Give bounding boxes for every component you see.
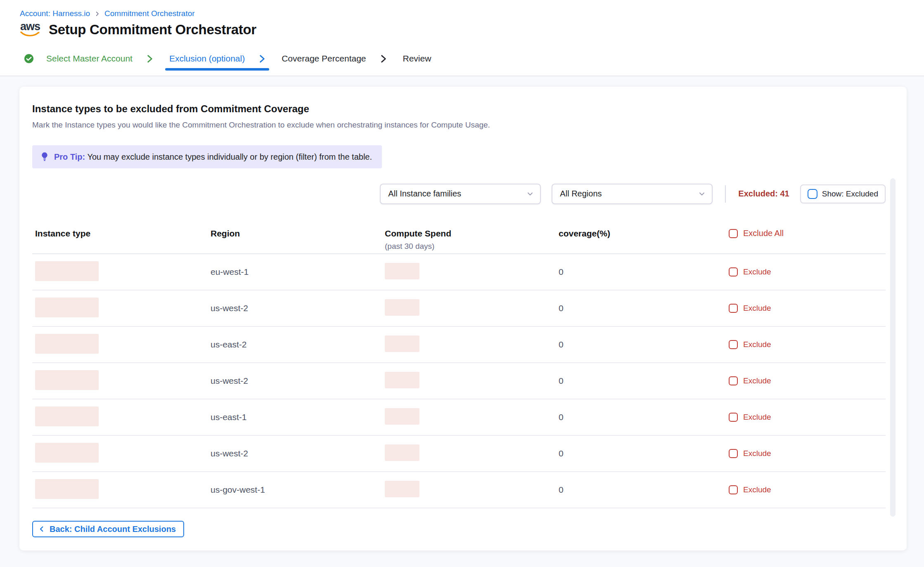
- page-title: Setup Commitment Orchestrator: [49, 22, 256, 38]
- exclusion-card: Instance types to be excluded from Commi…: [19, 87, 907, 550]
- redacted-instance-type: [35, 261, 99, 281]
- redacted-compute-spend: [385, 444, 419, 461]
- table-row: us-gov-west-1 0 Exclude: [32, 472, 886, 508]
- table-row: us-west-2 0 Exclude: [32, 291, 886, 327]
- exclude-label[interactable]: Exclude: [743, 449, 771, 458]
- step-exclusion-optional[interactable]: Exclusion (optional): [169, 54, 267, 71]
- step-coverage-percentage[interactable]: Coverage Percentage: [282, 54, 388, 71]
- redacted-instance-type: [35, 334, 99, 354]
- coverage-cell: 0: [559, 267, 564, 276]
- chevron-down-icon: [526, 190, 534, 198]
- breadcrumb-chevron-icon: [94, 11, 100, 17]
- breadcrumb-page-link[interactable]: Commitment Orchestrator: [104, 9, 195, 18]
- top-header: Account: Harness.io Commitment Orchestra…: [0, 0, 924, 76]
- card-heading: Instance types to be excluded from Commi…: [32, 103, 886, 115]
- table-row: us-east-1 0 Exclude: [32, 399, 886, 436]
- step-select-master-account[interactable]: Select Master Account: [24, 54, 154, 71]
- regions-select[interactable]: All Regions: [552, 184, 713, 204]
- exclude-all-label[interactable]: Exclude All: [743, 229, 784, 238]
- exclude-label[interactable]: Exclude: [743, 413, 771, 422]
- excluded-count: Excluded: 41: [738, 189, 789, 198]
- step-review[interactable]: Review: [403, 54, 431, 71]
- breadcrumb: Account: Harness.io Commitment Orchestra…: [20, 9, 195, 18]
- exclusion-table: Instance type Region Compute Spend (past…: [32, 229, 886, 508]
- table-row: us-east-2 0 Exclude: [32, 327, 886, 363]
- table-row: us-west-2 0 Exclude: [32, 363, 886, 399]
- col-compute-spend: Compute Spend: [385, 229, 555, 239]
- redacted-compute-spend: [385, 408, 419, 425]
- col-coverage: coverage(%): [555, 229, 729, 239]
- col-region: Region: [211, 229, 382, 239]
- page-content: Instance types to be excluded from Commi…: [0, 77, 924, 567]
- vertical-scrollbar[interactable]: [890, 178, 896, 517]
- exclude-all-checkbox[interactable]: [729, 229, 738, 238]
- vertical-divider: [725, 185, 726, 203]
- table-row: eu-west-1 0 Exclude: [32, 254, 886, 291]
- instance-families-select[interactable]: All Instance families: [380, 184, 541, 204]
- chevron-left-icon: [38, 525, 45, 533]
- table-header: Instance type Region Compute Spend (past…: [32, 229, 886, 254]
- redacted-compute-spend: [385, 299, 419, 316]
- exclude-label[interactable]: Exclude: [743, 376, 771, 385]
- breadcrumb-account-link[interactable]: Account: Harness.io: [20, 9, 90, 18]
- check-circle-icon: [24, 54, 34, 64]
- stepper: Select Master Account Exclusion (optiona…: [24, 54, 431, 71]
- region-cell: us-west-2: [211, 303, 248, 313]
- exclude-checkbox[interactable]: [729, 267, 738, 276]
- coverage-cell: 0: [559, 412, 564, 422]
- coverage-cell: 0: [559, 340, 564, 349]
- region-cell: us-west-2: [211, 376, 248, 385]
- exclude-label[interactable]: Exclude: [743, 485, 771, 494]
- card-subheading: Mark the Instance types you would like t…: [32, 120, 886, 130]
- exclude-checkbox[interactable]: [729, 304, 738, 313]
- redacted-instance-type: [35, 443, 99, 463]
- region-cell: eu-west-1: [211, 267, 249, 276]
- exclude-label[interactable]: Exclude: [743, 340, 771, 349]
- coverage-cell: 0: [559, 376, 564, 385]
- region-cell: us-east-1: [211, 412, 247, 422]
- exclude-checkbox[interactable]: [729, 485, 738, 494]
- coverage-cell: 0: [559, 303, 564, 313]
- show-excluded-toggle[interactable]: Show: Excluded: [800, 184, 886, 203]
- redacted-compute-spend: [385, 372, 419, 388]
- aws-logo-icon: aws: [20, 21, 40, 38]
- table-row: us-west-2 0 Exclude: [32, 436, 886, 472]
- chevron-down-icon: [698, 190, 706, 198]
- exclude-checkbox[interactable]: [729, 340, 738, 349]
- table-body: eu-west-1 0 Exclude us-west-2 0 Exclude …: [32, 254, 886, 508]
- col-instance-type: Instance type: [32, 229, 211, 239]
- coverage-cell: 0: [559, 485, 564, 494]
- chevron-right-icon: [379, 54, 388, 64]
- filters-row: All Instance families All Regions Exclud…: [32, 183, 886, 204]
- redacted-instance-type: [35, 370, 99, 390]
- chevron-right-icon: [257, 54, 267, 64]
- exclude-checkbox[interactable]: [729, 413, 738, 422]
- pro-tip-label: Pro Tip:: [54, 152, 85, 161]
- chevron-right-icon: [145, 54, 154, 64]
- pro-tip-text: You may exclude instance types individua…: [87, 152, 372, 161]
- lightbulb-icon: [40, 151, 49, 163]
- region-cell: us-west-2: [211, 449, 248, 458]
- redacted-instance-type: [35, 298, 99, 317]
- col-compute-spend-sub: (past 30 days): [385, 242, 555, 251]
- exclude-checkbox[interactable]: [729, 449, 738, 458]
- region-cell: us-gov-west-1: [211, 485, 265, 494]
- active-step-underline: [165, 68, 269, 71]
- pro-tip-banner: Pro Tip: You may exclude instance types …: [32, 145, 382, 168]
- redacted-instance-type: [35, 406, 99, 426]
- coverage-cell: 0: [559, 449, 564, 458]
- show-excluded-checkbox[interactable]: [808, 189, 817, 199]
- region-cell: us-east-2: [211, 340, 247, 349]
- redacted-instance-type: [35, 479, 99, 499]
- exclude-label[interactable]: Exclude: [743, 267, 771, 276]
- exclude-label[interactable]: Exclude: [743, 304, 771, 313]
- redacted-compute-spend: [385, 335, 419, 352]
- redacted-compute-spend: [385, 481, 419, 497]
- back-button[interactable]: Back: Child Account Exclusions: [32, 521, 184, 537]
- exclude-checkbox[interactable]: [729, 376, 738, 385]
- redacted-compute-spend: [385, 263, 419, 279]
